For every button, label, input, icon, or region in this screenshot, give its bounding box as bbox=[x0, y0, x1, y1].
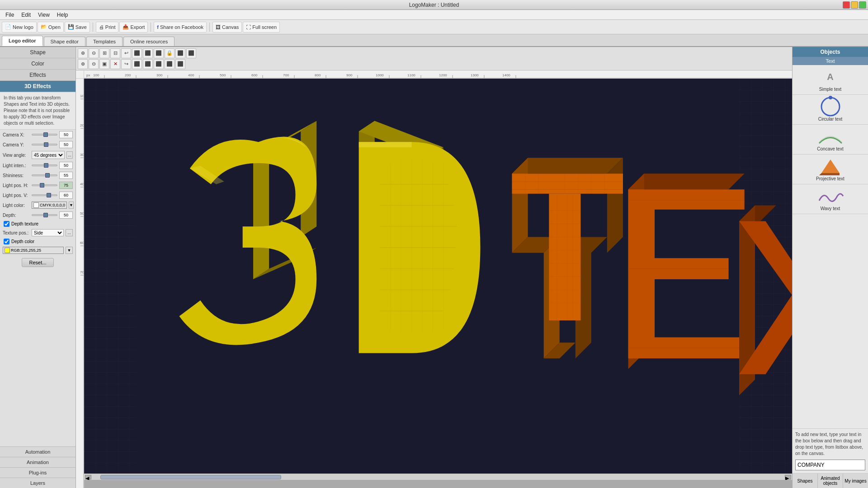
tb-btn-b[interactable]: ⬛ bbox=[186, 48, 196, 58]
depth-color-swatch bbox=[5, 248, 10, 253]
print-button[interactable]: 🖨 Print bbox=[96, 22, 119, 33]
tb-btn-g[interactable]: ⬛ bbox=[175, 59, 185, 69]
canvas-area: ⊕ ⊖ ⊞ ⊟ ↩ ⬛ ⬛ ⬛ 🔒 ⬛ ⬛ ⊕ ⊖ ▣ ✕ ↪ ⬛ ⬛ ⬛ bbox=[76, 47, 792, 488]
camera-x-input[interactable] bbox=[59, 131, 73, 138]
align-left-btn[interactable]: ⬛ bbox=[132, 48, 142, 58]
light-pos-h-input[interactable] bbox=[59, 182, 73, 189]
open-button[interactable]: 📂 Open bbox=[38, 22, 64, 33]
canvas-main[interactable]: ◀ ▶ bbox=[84, 79, 792, 480]
close-button[interactable] bbox=[843, 1, 850, 9]
toolbar-sep-3 bbox=[209, 23, 210, 32]
3d-effects-section-btn[interactable]: 3D Effects bbox=[0, 81, 75, 92]
depth-texture-checkbox[interactable] bbox=[4, 221, 9, 227]
light-color-btn[interactable]: CMYK:0,0,0,0 bbox=[32, 202, 67, 209]
simple-text-icon-container: A bbox=[817, 68, 844, 86]
maximize-button[interactable] bbox=[859, 1, 866, 9]
view-angle-options-btn[interactable]: ... bbox=[66, 151, 73, 159]
projective-text-item[interactable]: Projective text bbox=[793, 155, 868, 184]
depth-color-value-btn[interactable]: RGB:255,255,25 bbox=[3, 247, 64, 254]
svg-text:500: 500 bbox=[220, 73, 226, 77]
align-center-btn[interactable]: ⬛ bbox=[143, 48, 153, 58]
tb-btn-a[interactable]: ⬛ bbox=[175, 48, 185, 58]
scroll-right-btn[interactable]: ▶ bbox=[785, 475, 791, 479]
wavy-text-item[interactable]: Wavy text bbox=[793, 184, 868, 214]
camera-y-input[interactable] bbox=[59, 141, 73, 148]
animation-btn[interactable]: Animation bbox=[0, 457, 75, 467]
light-pos-v-thumb[interactable] bbox=[47, 193, 51, 197]
view-angle-select[interactable]: 45 degrees 30 degrees 60 degrees bbox=[32, 151, 65, 159]
projective-text-icon-container bbox=[817, 157, 844, 175]
scrollbar-thumb-h[interactable] bbox=[100, 475, 281, 479]
layers-btn[interactable]: Layers bbox=[0, 478, 75, 488]
zoom-out-btn[interactable]: ⊖ bbox=[89, 48, 99, 58]
plugins-btn[interactable]: Plug-ins bbox=[0, 467, 75, 478]
zoom-fit-btn[interactable]: ⊖ bbox=[89, 59, 99, 69]
tb-btn-c[interactable]: ⬛ bbox=[132, 59, 142, 69]
tb-btn-d[interactable]: ⬛ bbox=[143, 59, 153, 69]
light-pos-v-input[interactable] bbox=[59, 192, 73, 199]
tab-shape-editor[interactable]: Shape editor bbox=[44, 37, 85, 46]
tab-templates[interactable]: Templates bbox=[86, 37, 123, 46]
zoom-in-btn[interactable]: ⊕ bbox=[78, 48, 88, 58]
grid-btn[interactable]: ⊞ bbox=[99, 48, 109, 58]
depth-thumb[interactable] bbox=[43, 213, 48, 217]
delete-btn[interactable]: ✕ bbox=[110, 59, 120, 69]
reset-button[interactable]: Reset... bbox=[22, 258, 54, 267]
align-right-btn[interactable]: ⬛ bbox=[154, 48, 164, 58]
tb-btn-f[interactable]: ⬛ bbox=[165, 59, 175, 69]
text-input-field[interactable] bbox=[795, 460, 865, 470]
depth-color-checkbox[interactable] bbox=[4, 239, 9, 244]
scroll-left-btn[interactable]: ◀ bbox=[85, 475, 91, 479]
frame-btn[interactable]: ▣ bbox=[99, 59, 109, 69]
redo-btn[interactable]: ↪ bbox=[121, 59, 131, 69]
undo-btn[interactable]: ↩ bbox=[121, 48, 131, 58]
light-color-options-btn[interactable]: ▼ bbox=[69, 202, 74, 209]
shininess-input[interactable] bbox=[59, 172, 73, 179]
horizontal-scrollbar[interactable]: ◀ ▶ bbox=[84, 474, 792, 480]
svg-text:1000: 1000 bbox=[376, 73, 384, 77]
export-button[interactable]: 📤 Export bbox=[119, 22, 148, 33]
menu-view[interactable]: View bbox=[34, 11, 53, 19]
light-pos-h-thumb[interactable] bbox=[40, 183, 44, 188]
save-button[interactable]: 💾 Save bbox=[65, 22, 90, 33]
concave-text-item[interactable]: Concave text bbox=[793, 125, 868, 155]
shape-section-btn[interactable]: Shape bbox=[0, 47, 75, 58]
color-section-btn[interactable]: Color bbox=[0, 58, 75, 70]
effects-section-btn[interactable]: Effects bbox=[0, 70, 75, 81]
light-inten-input[interactable] bbox=[59, 162, 73, 169]
camera-y-thumb[interactable] bbox=[44, 142, 48, 147]
h-ruler-svg: px 100 200 300 400 500 600 700 800 900 bbox=[84, 70, 792, 79]
tb-btn-e[interactable]: ⬛ bbox=[154, 59, 164, 69]
view-angle-label: View angle: bbox=[3, 153, 30, 158]
light-inten-thumb[interactable] bbox=[44, 163, 48, 168]
new-logo-button[interactable]: 📄 New logo bbox=[2, 22, 37, 33]
fullscreen-button[interactable]: ⛶ Full screen bbox=[243, 22, 280, 33]
zoom-100-btn[interactable]: ⊕ bbox=[78, 59, 88, 69]
minimize-button[interactable] bbox=[851, 1, 858, 9]
tab-online-resources[interactable]: Online resources bbox=[123, 37, 175, 46]
texture-pos-options-btn[interactable]: ... bbox=[66, 229, 73, 236]
canvas-button[interactable]: 🖼 Canvas bbox=[212, 22, 242, 33]
guides-btn[interactable]: ⊟ bbox=[110, 48, 120, 58]
lock-btn[interactable]: 🔒 bbox=[165, 48, 175, 58]
menu-file[interactable]: File bbox=[2, 11, 18, 19]
animated-objects-tab[interactable]: Animated objects bbox=[818, 474, 843, 488]
tab-logo-editor[interactable]: Logo editor bbox=[2, 36, 43, 46]
my-images-tab[interactable]: My images bbox=[843, 474, 868, 488]
shininess-thumb[interactable] bbox=[45, 173, 50, 178]
svg-text:1400: 1400 bbox=[502, 73, 510, 77]
texture-pos-select[interactable]: Side Front bbox=[32, 229, 64, 236]
menu-edit[interactable]: Edit bbox=[18, 11, 34, 19]
simple-text-item[interactable]: A Simple text bbox=[793, 65, 868, 95]
menu-help[interactable]: Help bbox=[53, 11, 72, 19]
circular-text-item[interactable]: Circular text bbox=[793, 95, 868, 125]
left-panel: Shape Color Effects 3D Effects In this t… bbox=[0, 47, 76, 488]
depth-color-options-btn[interactable]: ▼ bbox=[66, 247, 73, 254]
depth-input[interactable] bbox=[59, 211, 73, 219]
svg-marker-69 bbox=[512, 158, 528, 253]
svg-marker-70 bbox=[607, 158, 623, 253]
shapes-tab[interactable]: Shapes bbox=[793, 474, 818, 488]
camera-x-thumb[interactable] bbox=[43, 132, 48, 137]
share-facebook-button[interactable]: f Share on Facebook bbox=[154, 22, 207, 33]
automation-btn[interactable]: Automation bbox=[0, 446, 75, 457]
